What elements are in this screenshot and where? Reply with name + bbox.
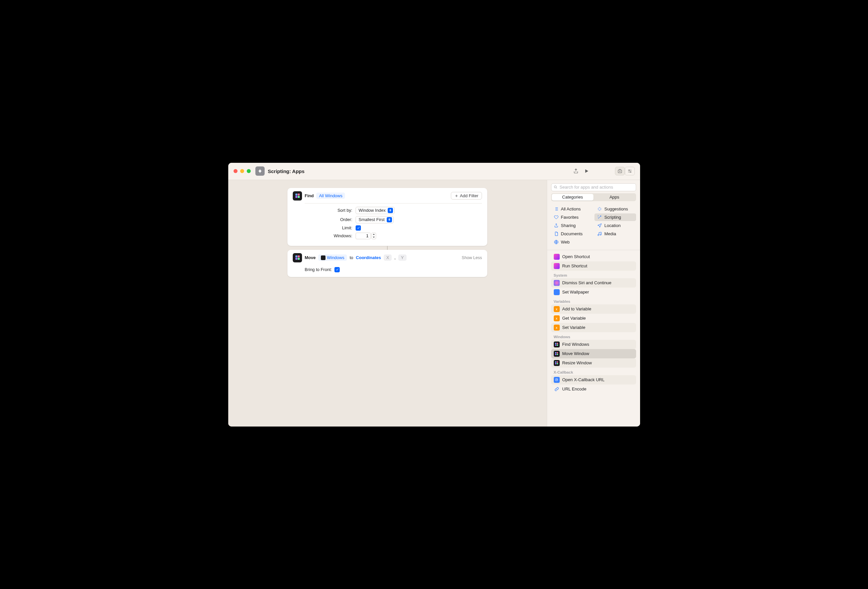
- dark-icon: [554, 351, 560, 357]
- svg-point-3: [554, 186, 557, 188]
- x-placeholder[interactable]: X: [384, 255, 392, 261]
- svg-point-1: [629, 170, 629, 171]
- bring-front-checkbox[interactable]: [334, 267, 340, 272]
- titlebar: Scripting: Apps: [228, 163, 640, 180]
- action-item[interactable]: Resize Window: [551, 358, 636, 368]
- action-item-label: Set Wallpaper: [562, 290, 589, 294]
- action-item[interactable]: Set Wallpaper: [551, 287, 636, 297]
- shortcut-icon: [255, 166, 265, 176]
- connector: [387, 246, 388, 250]
- sort-by-select[interactable]: Window Index: [356, 207, 395, 214]
- to-text: to: [350, 255, 353, 260]
- link-icon: [554, 386, 560, 392]
- cat-documents[interactable]: Documents: [551, 230, 593, 238]
- shortcut-icon: [554, 254, 560, 260]
- traffic-lights: [233, 169, 251, 173]
- cat-all-actions[interactable]: All Actions: [551, 205, 593, 213]
- window-mini-icon: [321, 256, 326, 260]
- action-item-label: Resize Window: [562, 360, 592, 365]
- action-item-label: Find Windows: [562, 342, 589, 347]
- coordinates-token[interactable]: Coordinates: [356, 255, 381, 260]
- windows-stepper[interactable]: [372, 232, 376, 239]
- action-item[interactable]: URL Encode: [551, 385, 636, 394]
- blue-icon: [554, 289, 560, 295]
- sparkle-icon: [597, 206, 602, 212]
- action-item[interactable]: Move Window: [551, 349, 636, 358]
- tab-categories[interactable]: Categories: [552, 194, 594, 201]
- zoom-button[interactable]: [247, 169, 251, 173]
- action-item[interactable]: Find Windows: [551, 340, 636, 349]
- windows-count-label: Windows:: [293, 233, 356, 238]
- cat-scripting[interactable]: Scripting: [595, 213, 636, 221]
- action-group-header: Variables: [551, 297, 636, 305]
- action-item-label: Open X-Callback URL: [562, 377, 605, 382]
- wand-icon: [597, 215, 602, 220]
- action-item-label: Open Shortcut: [562, 254, 590, 259]
- add-filter-button[interactable]: Add Filter: [451, 192, 482, 200]
- comma: ,: [394, 255, 396, 260]
- action-list[interactable]: Open ShortcutRun ShortcutSystemDismiss S…: [547, 250, 640, 426]
- music-icon: [597, 231, 602, 236]
- action-group-header: System: [551, 271, 636, 278]
- chevron-updown-icon: [387, 217, 392, 222]
- window-title: Scripting: Apps: [268, 169, 305, 174]
- action-item-label: Run Shortcut: [562, 263, 588, 268]
- action-item-label: Get Variable: [562, 316, 586, 321]
- cat-web[interactable]: Web: [551, 238, 593, 246]
- settings-toggle[interactable]: [625, 167, 635, 175]
- orange-icon: x: [554, 325, 560, 331]
- action-item-label: Add to Variable: [562, 306, 592, 311]
- action-find-windows[interactable]: Find All Windows Add Filter Sort by: Win…: [288, 188, 487, 246]
- library-toggle[interactable]: [615, 167, 625, 175]
- cat-sharing[interactable]: Sharing: [551, 222, 593, 229]
- search-input[interactable]: [560, 185, 634, 189]
- cat-location[interactable]: Location: [595, 222, 636, 229]
- search-field[interactable]: [551, 184, 636, 191]
- bring-front-label: Bring to Front:: [305, 267, 332, 272]
- library-tabs: Categories Apps: [551, 193, 636, 201]
- windows-count-input[interactable]: [356, 232, 371, 239]
- sort-by-value: Window Index: [359, 208, 386, 213]
- order-select[interactable]: Smallest First: [356, 216, 394, 223]
- y-placeholder[interactable]: Y: [398, 255, 406, 261]
- action-group-header: Windows: [551, 332, 636, 340]
- windows-variable-token[interactable]: Windows: [318, 255, 347, 261]
- action-item[interactable]: Open Shortcut: [551, 252, 636, 261]
- heart-icon: [554, 215, 559, 220]
- action-item[interactable]: xSet Variable: [551, 323, 636, 332]
- show-less-button[interactable]: Show Less: [462, 256, 482, 260]
- list-icon: [554, 206, 559, 212]
- order-value: Smallest First: [359, 217, 385, 222]
- app-window: Scripting: Apps Find All Windows: [228, 163, 640, 426]
- workflow-canvas[interactable]: Find All Windows Add Filter Sort by: Win…: [228, 180, 547, 426]
- minimize-button[interactable]: [240, 169, 244, 173]
- share-button[interactable]: [571, 166, 581, 176]
- action-item[interactable]: xGet Variable: [551, 314, 636, 323]
- limit-label: Limit:: [293, 225, 356, 230]
- cat-suggestions[interactable]: Suggestions: [595, 205, 636, 213]
- action-item-label: Dismiss Siri and Continue: [562, 280, 612, 285]
- action-item-label: URL Encode: [562, 386, 586, 391]
- action-move-window[interactable]: Move Windows to Coordinates X , Y Show L…: [288, 250, 487, 277]
- cat-favorites[interactable]: Favorites: [551, 213, 593, 221]
- globe-icon: [554, 240, 559, 244]
- action-item-label: Set Variable: [562, 325, 586, 330]
- tab-apps[interactable]: Apps: [593, 194, 635, 201]
- location-icon: [597, 223, 602, 228]
- action-item[interactable]: Run Shortcut: [551, 261, 636, 271]
- document-icon: [554, 231, 559, 236]
- limit-checkbox[interactable]: [356, 225, 361, 231]
- run-button[interactable]: [581, 166, 592, 176]
- close-button[interactable]: [233, 169, 238, 173]
- category-grid: All Actions Suggestions Favorites Script…: [547, 204, 640, 249]
- find-target-token[interactable]: All Windows: [316, 192, 345, 199]
- cat-media[interactable]: Media: [595, 230, 636, 238]
- action-item[interactable]: Open X-Callback URL: [551, 375, 636, 385]
- action-item[interactable]: Dismiss Siri and Continue: [551, 278, 636, 287]
- add-filter-label: Add Filter: [460, 193, 478, 198]
- action-item[interactable]: xAdd to Variable: [551, 305, 636, 314]
- windows-app-icon: [293, 191, 302, 201]
- orange-icon: x: [554, 306, 560, 312]
- find-verb: Find: [305, 193, 314, 198]
- move-verb: Move: [305, 255, 316, 260]
